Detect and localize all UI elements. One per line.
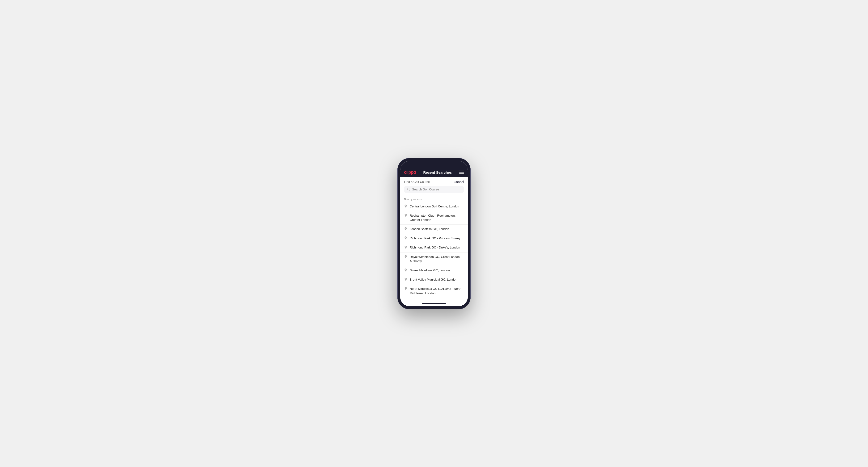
pin-icon xyxy=(404,227,407,231)
course-name-5: Richmond Park GC - Duke's, London xyxy=(410,245,460,250)
nav-title: Recent Searches xyxy=(423,170,452,175)
phone-screen: clippd Recent Searches Find a Golf Cours… xyxy=(400,161,468,306)
pin-icon xyxy=(404,246,407,249)
pin-icon xyxy=(404,237,407,240)
course-item-2[interactable]: Roehampton Club - Roehampton, Greater Lo… xyxy=(400,211,468,225)
home-indicator xyxy=(400,301,468,306)
course-name-6: Royal Wimbledon GC, Great London Authori… xyxy=(410,255,464,263)
course-item-6[interactable]: Royal Wimbledon GC, Great London Authori… xyxy=(400,252,468,266)
pin-icon xyxy=(404,269,407,272)
home-bar xyxy=(422,303,446,304)
cancel-button[interactable]: Cancel xyxy=(454,180,464,184)
app-logo: clippd xyxy=(404,170,416,175)
search-bar-container xyxy=(400,186,468,196)
pin-icon xyxy=(404,255,407,259)
course-item-10[interactable]: Coombe Hill GC, Kingston upon Thames xyxy=(400,298,468,301)
course-item-8[interactable]: Brent Valley Municipal GC, London xyxy=(400,275,468,284)
svg-line-1 xyxy=(409,190,410,190)
pin-icon xyxy=(404,278,407,282)
pin-icon xyxy=(404,205,407,208)
search-icon xyxy=(407,188,410,191)
course-name-2: Roehampton Club - Roehampton, Greater Lo… xyxy=(410,214,464,222)
course-item-3[interactable]: London Scottish GC, London xyxy=(400,225,468,234)
course-name-8: Brent Valley Municipal GC, London xyxy=(410,278,457,282)
find-header: Find a Golf Course Cancel xyxy=(400,177,468,186)
content-area: Find a Golf Course Cancel Nearby courses xyxy=(400,177,468,306)
course-name-7: Dukes Meadows GC, London xyxy=(410,268,450,273)
menu-icon[interactable] xyxy=(459,170,464,174)
pin-icon xyxy=(404,214,407,218)
course-name-4: Richmond Park GC - Prince's, Surrey xyxy=(410,236,460,241)
course-name-1: Central London Golf Centre, London xyxy=(410,205,459,209)
course-item-4[interactable]: Richmond Park GC - Prince's, Surrey xyxy=(400,234,468,243)
course-item-7[interactable]: Dukes Meadows GC, London xyxy=(400,266,468,275)
course-item-9[interactable]: North Middlesex GC (1011942 - North Midd… xyxy=(400,284,468,298)
find-label: Find a Golf Course xyxy=(404,180,430,184)
course-name-3: London Scottish GC, London xyxy=(410,227,449,231)
search-input[interactable] xyxy=(412,188,461,191)
phone-notch xyxy=(400,161,468,168)
nav-bar: clippd Recent Searches xyxy=(400,168,468,177)
nearby-section-label: Nearby courses xyxy=(400,196,468,202)
search-input-wrapper xyxy=(404,186,464,193)
course-item-5[interactable]: Richmond Park GC - Duke's, London xyxy=(400,243,468,252)
course-item-1[interactable]: Central London Golf Centre, London xyxy=(400,202,468,211)
nearby-courses-section: Nearby courses Central London Golf Centr… xyxy=(400,196,468,301)
course-name-9: North Middlesex GC (1011942 - North Midd… xyxy=(410,287,464,295)
pin-icon xyxy=(404,287,407,291)
phone-device: clippd Recent Searches Find a Golf Cours… xyxy=(397,158,471,309)
